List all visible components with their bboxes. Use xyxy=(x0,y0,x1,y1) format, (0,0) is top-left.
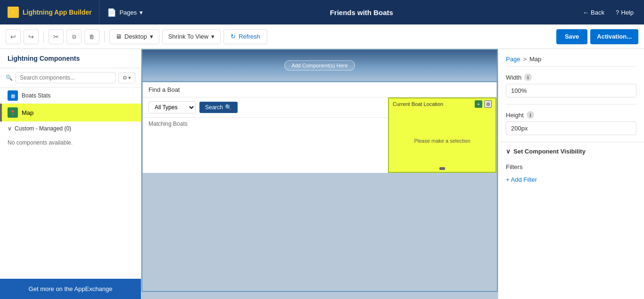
help-icon: ? xyxy=(616,9,619,16)
no-components-text: No components available. xyxy=(0,136,141,150)
back-button[interactable]: ← Back xyxy=(578,6,609,19)
delete-button[interactable]: 🗑 xyxy=(84,29,99,44)
boat-list-column: All Types Search 🔍 Matching Boats xyxy=(143,97,388,173)
back-arrow-icon: ← xyxy=(583,9,589,16)
appexchange-button[interactable]: Get more on the AppExchange xyxy=(0,279,141,299)
map-empty-text: Please make a selection xyxy=(389,110,495,172)
list-item-map[interactable]: 📍 Map xyxy=(0,104,141,121)
back-label: Back xyxy=(591,9,604,16)
undo-button[interactable]: ↩ xyxy=(6,29,21,44)
add-filter-button[interactable]: + Add Filter xyxy=(506,176,537,183)
search-boat-label: Search xyxy=(205,104,223,111)
canvas-content: Find a Boat All Types Search 🔍 Ma xyxy=(141,82,498,292)
map-label: Map xyxy=(22,109,33,116)
refresh-button[interactable]: ↻ Refresh xyxy=(223,29,267,44)
device-label: Desktop xyxy=(124,33,147,40)
map-icon: 📍 xyxy=(8,107,18,118)
cut-button[interactable]: ✂ xyxy=(49,29,64,44)
copy-icon: ⧉ xyxy=(72,33,76,40)
width-input[interactable] xyxy=(506,84,636,97)
map-col-header: Current Boat Location + ⚙ xyxy=(389,98,495,110)
type-select[interactable]: All Types xyxy=(149,101,196,113)
header-actions: ← Back ? Help xyxy=(572,6,644,19)
redo-button[interactable]: ↪ xyxy=(24,29,39,44)
search-icon: 🔍 xyxy=(6,74,13,81)
cut-icon: ✂ xyxy=(53,33,59,40)
height-label: Height ℹ xyxy=(506,111,636,119)
height-label-text: Height xyxy=(506,112,524,119)
toolbar: ↩ ↪ ✂ ⧉ 🗑 🖥 Desktop ▾ Shrink To View ▾ ↻… xyxy=(0,24,644,49)
search-boat-icon: 🔍 xyxy=(225,104,232,111)
pages-chevron: ▾ xyxy=(140,9,143,16)
breadcrumb-current: Map xyxy=(529,56,541,63)
visibility-label: Set Component Visibility xyxy=(513,148,586,155)
pages-label: Pages xyxy=(119,9,137,16)
custom-managed-header[interactable]: ∨ Custom - Managed (0) xyxy=(0,121,141,136)
matching-boats-label: Matching Boats xyxy=(143,117,388,130)
filters-label: Filters xyxy=(498,161,644,173)
map-location-label: Current Boat Location xyxy=(393,101,443,107)
undo-icon: ↩ xyxy=(10,33,16,40)
map-settings-button[interactable]: ⚙ xyxy=(484,100,492,108)
search-input[interactable] xyxy=(16,72,116,83)
map-column: Current Boat Location + ⚙ Please make a … xyxy=(388,97,496,173)
toolbar-divider-1 xyxy=(43,31,44,42)
save-button[interactable]: Save xyxy=(556,29,587,44)
gear-settings-button[interactable]: ⚙ ▾ xyxy=(118,73,135,83)
component-list: ▦ Boats Stats 📍 Map ∨ Custom - Managed (… xyxy=(0,88,141,279)
gear-chevron: ▾ xyxy=(128,75,131,81)
height-info-icon[interactable]: ℹ xyxy=(527,111,534,119)
custom-managed-label: Custom - Managed (0) xyxy=(15,125,71,132)
top-header: ⚡ Lightning App Builder 📄 Pages ▾ Friend… xyxy=(0,0,644,24)
device-dropdown[interactable]: 🖥 Desktop ▾ xyxy=(109,29,159,44)
redo-icon: ↪ xyxy=(28,33,34,40)
page-icon: 📄 xyxy=(107,8,116,17)
breadcrumb: Page > Map xyxy=(498,49,644,66)
visibility-section-toggle[interactable]: ∨ Set Component Visibility xyxy=(498,142,644,161)
map-col-actions: + ⚙ xyxy=(475,100,492,108)
add-component-button[interactable]: Add Component(s) Here xyxy=(284,60,355,71)
gear-icon: ⚙ xyxy=(123,75,127,81)
boats-stats-icon: ▦ xyxy=(8,90,18,101)
delete-icon: 🗑 xyxy=(89,33,95,40)
refresh-icon: ↻ xyxy=(231,33,236,40)
refresh-label: Refresh xyxy=(239,33,260,40)
app-logo: ⚡ Lightning App Builder xyxy=(0,0,99,24)
height-property: Height ℹ xyxy=(498,105,644,142)
height-input[interactable] xyxy=(506,121,636,135)
device-chevron: ▾ xyxy=(150,33,153,40)
visibility-chevron: ∨ xyxy=(506,148,511,155)
help-button[interactable]: ? Help xyxy=(611,6,638,19)
copy-button[interactable]: ⧉ xyxy=(66,29,82,44)
view-label: Shrink To View xyxy=(168,33,209,40)
toolbar-divider-2 xyxy=(104,31,105,42)
pages-nav[interactable]: 📄 Pages ▾ xyxy=(99,8,150,17)
canvas-area: Add Component(s) Here Find a Boat All Ty… xyxy=(141,49,498,299)
list-item-boats-stats[interactable]: ▦ Boats Stats xyxy=(0,88,141,104)
right-panel: Page > Map Width ℹ Height ℹ ∨ Set Compon… xyxy=(498,49,644,299)
help-label: Help xyxy=(621,9,634,16)
search-boat-button[interactable]: Search 🔍 xyxy=(199,102,238,113)
canvas-top-banner: Add Component(s) Here xyxy=(141,49,498,82)
left-panel-title: Lightning Components xyxy=(0,49,141,68)
find-boat-header: Find a Boat xyxy=(143,82,496,97)
width-property: Width ℹ xyxy=(498,67,644,104)
map-add-button[interactable]: + xyxy=(475,100,482,108)
map-resize-handle[interactable] xyxy=(439,167,445,170)
width-label-text: Width xyxy=(506,74,521,81)
desktop-icon: 🖥 xyxy=(116,33,122,40)
activation-button[interactable]: Activation... xyxy=(590,29,638,44)
boats-stats-label: Boats Stats xyxy=(22,92,50,99)
app-logo-icon: ⚡ xyxy=(8,7,19,18)
page-title: Friends with Boats xyxy=(150,8,572,16)
view-dropdown[interactable]: Shrink To View ▾ xyxy=(162,29,221,44)
app-logo-text: Lightning App Builder xyxy=(23,8,91,16)
custom-managed-chevron: ∨ xyxy=(8,125,12,132)
view-chevron: ▾ xyxy=(211,33,215,40)
width-info-icon[interactable]: ℹ xyxy=(524,73,532,81)
width-label: Width ℹ xyxy=(506,73,636,81)
search-bar: 🔍 ⚙ ▾ xyxy=(0,68,141,88)
find-boat-panel: Find a Boat All Types Search 🔍 Ma xyxy=(142,82,497,173)
breadcrumb-separator: > xyxy=(523,56,527,63)
breadcrumb-page[interactable]: Page xyxy=(506,56,520,63)
